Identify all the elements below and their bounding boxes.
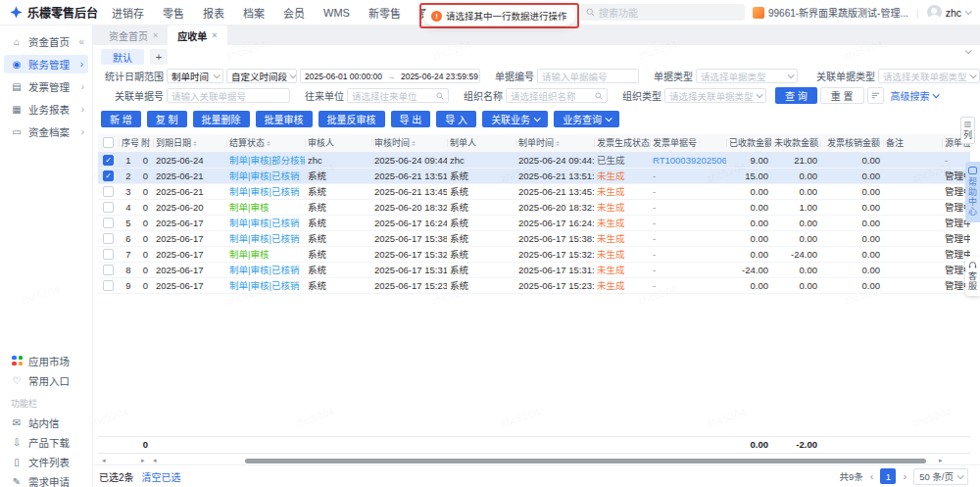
nav-item[interactable]: 报表 [203,5,224,21]
org-type-select[interactable]: 请选择关联单据类型 [664,88,766,103]
toolbar-button[interactable]: 批量审核 [256,111,313,127]
advanced-search-link[interactable]: 高级搜索 [891,88,938,103]
row-checkbox[interactable] [103,170,114,181]
row-checkbox[interactable] [103,280,114,291]
toolbar-button[interactable]: 批量删除 [193,111,250,127]
toolbar-dropdown[interactable]: 关联业务 [482,111,548,127]
org-name-input[interactable]: 请选择组织名称 [506,88,608,103]
scrollbar-thumb[interactable] [245,459,926,463]
scroll-left-icon[interactable]: ◂ [153,457,157,464]
user-menu[interactable]: zhc [927,5,970,20]
nav-item[interactable]: 进销存 [112,5,144,21]
table-row[interactable]: 802025-06-17制单|审核|已核销系统2025-06-17 15:31:… [98,262,970,277]
col-mtime[interactable]: 制单时间 [515,134,594,152]
sidebar-item[interactable]: ▦业务报表› [0,100,92,119]
cell-invno: - [650,277,726,293]
next-page-icon[interactable]: › [903,470,906,482]
user-name: zhc [946,7,961,19]
row-checkbox[interactable] [103,249,114,260]
sidebar-item[interactable]: ▭资金档案› [0,122,92,141]
doc-type-select[interactable]: 请选择单据类型 [696,69,798,83]
close-icon[interactable]: × [212,30,217,40]
related-type-select[interactable]: 请选择关联单据类型 [878,69,980,83]
nav-item[interactable]: 新零售 [368,5,401,21]
customer-service-button[interactable]: 客服 [965,257,980,296]
toolbar-button[interactable]: 导 入 [436,111,476,127]
prev-page-icon[interactable]: ‹ [870,470,874,482]
date-type-select[interactable]: 制单时间 [167,69,223,83]
sidebar-item[interactable]: ◉账务管理› [4,55,88,73]
table-row[interactable]: 102025-06-24制单|审核|部分核销zhc2025-06-24 09:4… [98,152,970,168]
cell-maker: 系统 [447,277,515,293]
scroll-left-icon[interactable]: ◂ [102,457,106,464]
invoice-link[interactable]: RT10003920250624000 [653,155,726,166]
store-selector[interactable]: 99661-新界面果蔬版测试-管理... [753,5,908,20]
row-checkbox[interactable] [103,186,114,197]
col-atime[interactable]: 审核时间 [371,134,447,152]
nav-item[interactable]: 零售 [163,5,184,21]
nav-item[interactable]: 会员 [283,5,305,21]
period-type-select[interactable]: 自定义时间段 [226,69,297,83]
clear-selection-link[interactable]: 清空已选 [142,469,181,484]
preset-default[interactable]: 默认 [101,49,144,65]
tab-funds-home[interactable]: 资金首页 × [99,25,168,45]
page-size-select[interactable]: 50 条/页 [913,468,968,485]
date-range-picker[interactable]: 2025-06-01 00:00:00 → 2025-06-24 23:59:5… [300,69,480,83]
scroll-right-icon[interactable]: ▸ [141,457,145,464]
table-row[interactable]: 402025-06-20制单|审核系统2025-06-20 18:32:49系统… [98,199,970,215]
sidebar-item[interactable]: ▤发票管理› [0,77,92,96]
partner-input[interactable]: 请选择往来单位 [347,88,449,103]
table-row[interactable]: 302025-06-21制单|审核|已核销系统2025-06-21 13:45:… [98,183,970,199]
table-row[interactable]: 702025-06-17制单|审核系统2025-06-17 15:32:39系统… [98,246,970,262]
sidebar-item[interactable]: ✉站内信 [0,413,92,432]
row-checkbox[interactable] [103,218,114,228]
toolbar-button[interactable]: 批量反审核 [318,111,385,127]
table-row[interactable]: 502025-06-17制单|审核|已核销系统2025-06-17 16:24:… [98,215,970,230]
nav-item[interactable]: WMS [323,7,350,19]
reset-button[interactable]: 重 置 [820,87,864,104]
row-checkbox[interactable] [103,265,114,275]
close-icon[interactable]: × [153,30,158,40]
row-checkbox[interactable] [103,233,114,244]
related-no-input[interactable]: 请输入关联单据号 [167,88,290,103]
table-row[interactable]: 202025-06-21制单|审核|已核销系统2025-06-21 13:51:… [98,168,970,183]
sidebar-item[interactable]: 应用市场 [0,351,92,370]
col-due[interactable]: 到期日期 [153,134,226,152]
sidebar-item[interactable]: ⇩产品下载 [0,432,92,452]
table-row[interactable]: 902025-06-17制单|审核|已核销系统2025-06-17 15:23:… [98,277,970,293]
sidebar-item[interactable]: ♡常用入口 [0,370,92,390]
nav-item[interactable]: 档案 [243,5,265,21]
sidebar-item[interactable]: ⌂资金首页« [0,32,92,51]
cell-unrecv: 1.00 [771,199,820,215]
sidebar-item[interactable]: ▯文件列表 [0,452,92,471]
table-row[interactable]: 602025-06-17制单|审核|已核销系统2025-06-17 15:38:… [98,230,970,246]
help-center-button[interactable]: 帮助中心 [965,162,980,222]
filter-settings-button[interactable] [867,87,884,104]
col-recv[interactable]: 已收款金额 [726,134,771,152]
scroll-right-icon[interactable]: ▸ [939,457,943,464]
app-logo[interactable]: 乐檬零售后台 [10,4,108,21]
row-checkbox[interactable] [103,155,114,166]
select-all-checkbox[interactable] [103,137,114,148]
collapse-sidebar-icon[interactable]: « [78,37,84,47]
row-checkbox[interactable] [103,202,114,213]
col-unrecv[interactable]: 未收款金额 [771,134,820,152]
column-settings-tab[interactable]: ▥ 列 [960,117,975,144]
collapse-panel-icon[interactable] [965,47,972,54]
toolbar-button[interactable]: 复 制 [147,111,187,127]
toolbar-dropdown[interactable]: 业务查询 [554,111,619,127]
col-status[interactable]: 结算状态 [226,134,305,152]
toolbar-button[interactable]: 新 增 [101,111,141,127]
sidebar-section-label: 功能栏 [0,390,92,413]
cell-sel [98,168,119,183]
search-button[interactable]: 查 询 [775,87,817,104]
add-preset-button[interactable]: + [150,49,168,65]
sidebar-item-label: 发票管理 [28,79,70,94]
doc-no-input[interactable]: 请输入单据编号 [537,69,639,83]
search-input[interactable]: 搜索功能 [580,4,745,21]
sidebar-item[interactable]: ✎需求申请 [0,471,92,487]
page-1-button[interactable]: 1 [880,468,896,484]
toolbar-button[interactable]: 导 出 [391,111,431,127]
tab-receivables[interactable]: 应收单 × [168,25,226,45]
cell-status: 制单|审核|已核销 [226,183,305,199]
